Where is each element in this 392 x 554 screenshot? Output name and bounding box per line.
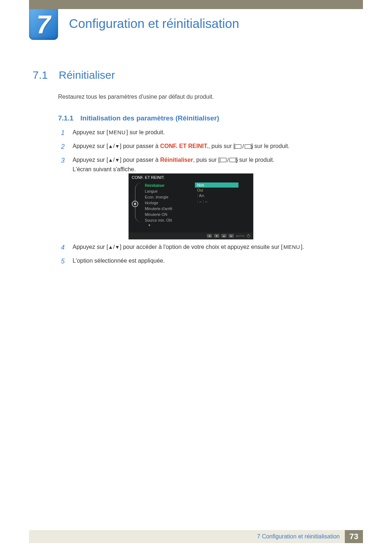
- step-3: 3 Appuyez sur [▲/▼] pour passer à Réinit…: [61, 155, 333, 174]
- osd-menu-item-selected: Réinitialiser: [145, 182, 193, 188]
- step-number: 2: [61, 141, 67, 152]
- step-text: Appuyez sur [MENU] sur le produit.: [73, 128, 165, 138]
- step-5: 5 L'option sélectionnée est appliquée.: [61, 256, 340, 267]
- osd-auto-label: AUTO: [236, 234, 245, 238]
- step-extra-text: L'écran suivant s'affiche.: [73, 166, 136, 172]
- osd-menu-item: Langue: [145, 188, 193, 194]
- section-heading: 7.1 Réinitialiser: [33, 69, 115, 81]
- chapter-number: 7: [37, 10, 51, 39]
- down-arrow-icon: ▼: [115, 244, 120, 250]
- step-number: 4: [61, 242, 67, 253]
- osd-menu-item: Minuterie d'arrêt: [145, 206, 193, 212]
- screen-enter-icon: /: [235, 142, 251, 151]
- subsection-number: 7.1.1: [58, 114, 73, 122]
- subsection-title: Initialisation des paramètres (Réinitial…: [81, 114, 219, 122]
- osd-value: : Arr.: [195, 193, 253, 198]
- osd-down-arrow: ▾: [129, 223, 253, 227]
- osd-footer-bar: ◂ ▾ ▴ ▸ AUTO: [129, 233, 253, 239]
- step-4: 4 Appuyez sur [▲/▼] pour accéder à l'opt…: [61, 242, 340, 253]
- page-number: 73: [345, 530, 363, 543]
- up-arrow-icon: ▲: [108, 143, 113, 149]
- up-arrow-icon: ▲: [108, 157, 113, 163]
- osd-nav-up-icon: ▴: [221, 234, 226, 238]
- osd-menu-item: Econ. énergie: [145, 194, 193, 200]
- osd-menu-list: Réinitialiser Langue Econ. énergie Horlo…: [145, 182, 193, 223]
- menu-key-icon: MENU: [108, 128, 126, 137]
- step-number: 1: [61, 128, 67, 138]
- up-arrow-icon: ▲: [108, 244, 113, 250]
- page-footer-bar: 7 Configuration et réinitialisation 73: [29, 530, 363, 543]
- step-1: 1 Appuyez sur [MENU] sur le produit.: [61, 128, 333, 138]
- step-number: 5: [61, 256, 67, 267]
- osd-menu-item: Minuterie ON: [145, 212, 193, 217]
- down-arrow-icon: ▼: [115, 143, 120, 149]
- osd-screenshot: CONF. ET REINIT. Réinitialiser Langue Ec…: [128, 173, 253, 239]
- osd-value: : -- : --: [195, 198, 253, 204]
- osd-nav-down-icon: ▾: [214, 234, 219, 238]
- steps-group-1: 1 Appuyez sur [MENU] sur le produit. 2 A…: [61, 128, 333, 177]
- osd-nav-left-icon: ◂: [207, 234, 212, 238]
- step-text: Appuyez sur [▲/▼] pour passer à CONF. ET…: [73, 141, 290, 152]
- osd-menu-item: Horloge: [145, 200, 193, 206]
- osd-title: CONF. ET REINIT.: [129, 174, 253, 181]
- gear-icon: [132, 201, 138, 207]
- steps-group-2: 4 Appuyez sur [▲/▼] pour accéder à l'opt…: [61, 242, 340, 270]
- step-text: L'option sélectionnée est appliquée.: [73, 256, 165, 267]
- osd-values: Non Oui : Arr. : -- : --: [193, 182, 253, 223]
- menu-key-icon: MENU: [283, 243, 301, 251]
- section-number: 7.1: [33, 69, 48, 81]
- power-icon: [247, 234, 250, 238]
- footer-chapter-label: 7 Configuration et réinitialisation: [257, 533, 345, 540]
- down-arrow-icon: ▼: [115, 157, 120, 163]
- osd-option: Oui: [195, 188, 238, 193]
- osd-menu-item: Source min. ON: [145, 217, 193, 223]
- step-2: 2 Appuyez sur [▲/▼] pour passer à CONF. …: [61, 141, 333, 152]
- step-text: Appuyez sur [▲/▼] pour accéder à l'optio…: [73, 242, 304, 253]
- section-intro-text: Restaurez tous les paramètres d'usine pa…: [58, 94, 214, 100]
- step-text: Appuyez sur [▲/▼] pour passer à Réinitia…: [73, 155, 274, 174]
- osd-option-highlight: Non: [195, 182, 238, 188]
- highlight-text: CONF. ET REINIT.: [160, 143, 208, 149]
- section-title: Réinitialiser: [59, 69, 115, 81]
- chapter-title: Configuration et réinitialisation: [69, 16, 239, 31]
- osd-nav-right-icon: ▸: [229, 234, 234, 238]
- top-accent-bar: [29, 0, 363, 9]
- chapter-number-tab: 7: [29, 9, 58, 40]
- screen-enter-icon: /: [220, 156, 236, 165]
- subsection-heading: 7.1.1 Initialisation des paramètres (Réi…: [58, 114, 219, 122]
- step-number: 3: [61, 155, 67, 174]
- highlight-text: Réinitialiser: [160, 157, 193, 163]
